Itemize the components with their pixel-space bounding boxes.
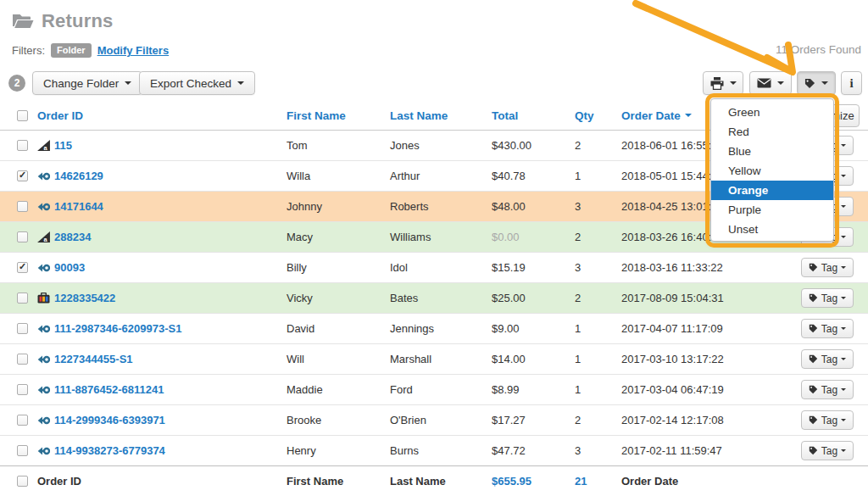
order-id-link[interactable]: 111-8876452-6811241 (54, 383, 164, 396)
order-id-cell: 90093 (37, 253, 85, 282)
qty-cell: 2 (575, 131, 581, 160)
row-checkbox[interactable] (17, 445, 28, 456)
last-name-cell: Bates (390, 283, 418, 313)
order-date-cell: 2017-02-14 12:17:08 (621, 405, 724, 435)
row-tag-button[interactable]: Tag (801, 441, 854, 460)
order-id-link[interactable]: 1228335422 (54, 292, 115, 304)
order-id-cell: 14171644 (37, 192, 103, 221)
tag-menu-item-yellow[interactable]: Yellow (711, 161, 833, 181)
order-date-cell: 2018-03-26 16:40:1 (621, 222, 717, 252)
first-name-cell: Tom (287, 131, 308, 160)
order-id-link[interactable]: 14626129 (54, 170, 103, 182)
total-cell: $8.99 (492, 375, 520, 404)
row-checkbox[interactable] (17, 170, 28, 181)
chevron-down-icon (841, 297, 846, 299)
row-checkbox-cell (17, 436, 28, 465)
row-checkbox[interactable] (17, 354, 28, 365)
row-checkbox-cell (17, 222, 28, 252)
row-checkbox-cell (17, 375, 28, 404)
chevron-down-icon (841, 236, 846, 238)
filters-bar: Filters: Folder Modify Filters (12, 43, 169, 58)
column-header-order-id[interactable]: Order ID (37, 101, 83, 130)
row-checkbox-cell (17, 253, 28, 282)
row-checkbox[interactable] (17, 140, 28, 151)
qty-cell: 1 (575, 161, 581, 191)
order-id-link[interactable]: 115 (54, 139, 72, 152)
last-name-cell: O'Brien (390, 405, 426, 435)
change-folder-button[interactable]: Change Folder (32, 71, 142, 95)
order-id-link[interactable]: 288234 (54, 231, 91, 243)
footer-checkbox[interactable] (17, 476, 28, 487)
order-date-cell: 2018-04-25 13:01:3 (621, 192, 717, 221)
row-checkbox-cell (17, 131, 28, 160)
tag-menu-item-purple[interactable]: Purple (711, 200, 833, 220)
chevron-down-icon (841, 388, 846, 391)
marketplace-triangle-icon: a (37, 140, 50, 151)
qty-cell: 3 (575, 253, 581, 282)
tag-menu-item-red[interactable]: Red (711, 122, 833, 142)
tag-menu-item-orange[interactable]: Orange (711, 181, 833, 200)
return-arrow-icon (37, 324, 50, 334)
column-header-order-date[interactable]: Order Date (621, 101, 692, 130)
return-arrow-icon (37, 202, 50, 212)
qty-cell: 3 (575, 192, 581, 221)
tag-color-menu: GreenRedBlueYellowOrangePurpleUnset (710, 98, 834, 242)
order-id-link[interactable]: 114-2999346-6393971 (54, 414, 165, 426)
row-checkbox-cell (17, 344, 28, 374)
column-header-qty[interactable]: Qty (575, 101, 594, 130)
filters-label: Filters: (12, 44, 45, 57)
tag-button-label: Tag (821, 384, 837, 396)
tag-icon (809, 354, 818, 364)
marketplace-triangle-icon: a (37, 231, 50, 242)
order-id-link[interactable]: 14171644 (54, 200, 103, 213)
first-name-cell: Maddie (287, 375, 323, 404)
row-checkbox[interactable] (17, 293, 28, 304)
row-tag-button[interactable]: Tag (801, 410, 854, 430)
column-header-total[interactable]: Total (492, 101, 518, 130)
row-tag-button[interactable]: Tag (801, 288, 854, 308)
row-tag-button[interactable]: Tag (801, 258, 854, 277)
column-header-last-name[interactable]: Last Name (390, 101, 448, 130)
row-tag-button[interactable]: Tag (801, 380, 854, 399)
total-cell: $47.72 (492, 436, 526, 465)
row-checkbox[interactable] (17, 231, 28, 242)
order-id-link[interactable]: 90093 (54, 261, 85, 274)
row-tag-button[interactable]: Tag (801, 349, 854, 369)
qty-cell: 1 (575, 314, 581, 343)
order-id-link[interactable]: 111-2987346-6209973-S1 (54, 322, 181, 335)
tag-menu-item-blue[interactable]: Blue (711, 142, 833, 161)
footer-first-name-label: First Name (287, 466, 343, 495)
row-checkbox[interactable] (17, 323, 28, 334)
export-checked-button[interactable]: Export Checked (139, 71, 255, 95)
row-checkbox[interactable] (17, 201, 28, 212)
order-id-link[interactable]: 1227344455-S1 (54, 353, 133, 365)
tag-icon (809, 385, 818, 394)
order-id-link[interactable]: 114-9938273-6779374 (54, 444, 165, 457)
order-row: 90093BillyIdol$15.1932018-03-16 11:33:22… (0, 253, 868, 283)
qty-cell: 2 (575, 283, 581, 313)
total-cell: $48.00 (492, 192, 526, 221)
tag-button-label: Tag (821, 323, 837, 335)
email-button[interactable] (749, 71, 792, 95)
order-date-cell: 2018-03-16 11:33:22 (621, 253, 723, 282)
tag-dropdown-button[interactable] (797, 71, 836, 95)
modify-filters-link[interactable]: Modify Filters (97, 44, 170, 57)
row-tag-button[interactable]: Tag (801, 319, 854, 338)
row-checkbox[interactable] (17, 262, 28, 273)
total-cell: $9.00 (492, 314, 520, 343)
row-checkbox[interactable] (17, 415, 28, 426)
order-row: 111-2987346-6209973-S1DavidJennings$9.00… (0, 314, 868, 344)
info-icon: i (849, 76, 853, 91)
print-button[interactable] (703, 71, 743, 95)
change-folder-label: Change Folder (43, 77, 119, 90)
info-button[interactable]: i (841, 71, 862, 95)
returns-page: Returns Filters: Folder Modify Filters 1… (0, 0, 868, 496)
tag-menu-item-green[interactable]: Green (711, 103, 833, 122)
row-checkbox[interactable] (17, 384, 28, 395)
total-cell: $25.00 (492, 283, 526, 313)
column-header-first-name[interactable]: First Name (287, 101, 346, 130)
row-checkbox-cell (17, 161, 28, 191)
select-all-checkbox[interactable] (17, 110, 28, 121)
tag-menu-item-unset[interactable]: Unset (711, 220, 833, 239)
total-cell: $15.19 (492, 253, 526, 282)
